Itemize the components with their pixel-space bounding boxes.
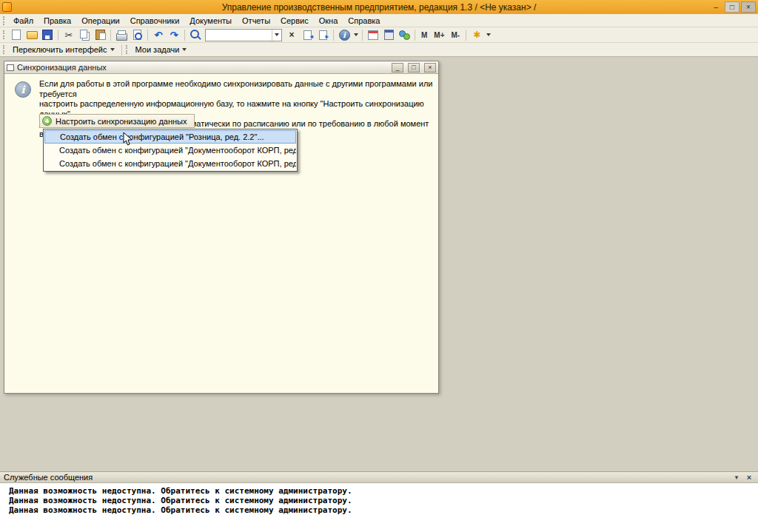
info-circle-icon: i [15,81,31,98]
window-icon [7,64,14,71]
switch-interface-label: Переключить интерфейс [13,45,107,54]
toolbar-separator [333,30,334,41]
menu-bar: Файл Правка Операции Справочники Докумен… [0,14,758,27]
main-toolbar: M M+ M- [0,27,758,43]
my-tasks-button[interactable]: Мои задачи [131,44,192,55]
sync-window: Синхронизация данных _ □ × i Если для ра… [4,61,439,394]
new-document-icon[interactable] [9,28,24,41]
print-preview-icon[interactable] [130,28,144,41]
search-dropdown-caret-icon[interactable] [272,30,281,41]
dropdown-caret-icon [182,48,187,51]
menu-catalogs[interactable]: Справочники [125,15,185,27]
memory-plus-button[interactable]: M+ [431,28,447,41]
maximize-button[interactable]: □ [725,1,739,13]
sync-close-button[interactable]: × [424,63,436,73]
app-icon[interactable] [2,2,12,12]
find-previous-icon[interactable] [300,28,315,41]
tips-dropdown-caret-icon[interactable] [485,28,492,41]
menu-item-create-exchange-retail[interactable]: Создать обмен с конфигурацией "Розница, … [44,130,296,144]
info-icon[interactable] [337,28,352,41]
my-tasks-label: Мои задачи [135,45,180,54]
save-icon[interactable] [40,28,55,41]
toolbar-separator [466,30,466,41]
sync-minimize-button[interactable]: _ [392,63,403,73]
configure-sync-button-label: Настроить синхронизацию данных [56,117,187,126]
calendar-icon[interactable] [366,28,380,41]
sync-maximize-button[interactable]: □ [408,63,420,73]
minimize-button[interactable]: – [708,1,723,13]
switch-interface-button[interactable]: Переключить интерфейс [8,44,119,55]
menu-operations[interactable]: Операции [76,15,124,27]
toolbar-separator [110,30,111,41]
toolbar-separator [184,30,185,41]
exchange-dropdown-menu: Создать обмен с конфигурацией "Розница, … [43,129,298,172]
toolbar-separator [58,30,58,41]
menu-file[interactable]: Файл [8,15,38,27]
cut-icon[interactable] [61,28,76,41]
sync-window-titlebar[interactable]: Синхронизация данных _ □ × [4,61,438,74]
menu-help[interactable]: Справка [343,15,385,27]
find-icon[interactable] [188,28,203,41]
service-messages-title: Служебные сообщения [4,473,93,482]
service-message: Данная возможность недоступна. Обратитес… [9,505,758,515]
dropdown-caret-icon [110,48,115,51]
menu-item-create-exchange-docflow-14[interactable]: Создать обмен с конфигурацией "Документо… [44,144,296,157]
mdi-workspace: Синхронизация данных _ □ × i Если для ра… [0,57,758,471]
copy-icon[interactable] [77,28,92,41]
paste-icon[interactable] [93,28,107,41]
toolbar-drag-handle[interactable] [3,45,5,54]
app-titlebar[interactable]: Управление производственным предприятием… [0,0,758,14]
menu-documents[interactable]: Документы [184,15,237,27]
memory-m-button[interactable]: M [418,28,430,41]
service-messages-body: Данная возможность недоступна. Обратитес… [0,482,758,532]
open-document-icon[interactable] [24,28,39,41]
service-message: Данная возможность недоступна. Обратитес… [9,486,758,496]
service-messages-header[interactable]: Служебные сообщения [0,471,758,482]
toolbar-separator [147,30,148,41]
menubar-drag-handle[interactable] [3,16,5,25]
menu-edit[interactable]: Правка [38,15,76,27]
toolbar-separator [121,44,122,55]
sync-window-content: i Если для работы в этой программе необх… [4,74,438,393]
find-next-icon[interactable] [315,28,330,41]
service-message: Данная возможность недоступна. Обратитес… [9,496,758,505]
add-plus-icon [42,116,52,126]
interface-toolbar: Переключить интерфейс Мои задачи [0,43,758,57]
undo-icon[interactable] [151,28,166,41]
menu-service[interactable]: Сервис [275,15,314,27]
memory-minus-button[interactable]: M- [449,28,463,41]
info-dropdown-caret-icon[interactable] [352,28,359,41]
users-icon[interactable] [397,28,412,41]
close-button[interactable]: × [741,1,756,13]
search-input[interactable] [206,30,272,39]
clear-search-icon[interactable] [284,28,299,41]
close-messages-icon[interactable] [744,473,754,482]
toolbar-separator [362,30,363,41]
print-icon[interactable] [114,28,129,41]
toolbar-drag-handle[interactable] [3,30,5,39]
sync-window-title: Синхронизация данных [17,63,387,72]
menu-item-create-exchange-docflow-2[interactable]: Создать обмен с конфигурацией "Документо… [44,157,296,170]
redo-icon[interactable] [167,28,181,41]
search-box [205,29,282,41]
window-title: Управление производственным предприятием… [0,2,758,13]
autohide-icon[interactable] [731,473,742,482]
toolbar-separator [415,30,415,41]
menu-reports[interactable]: Отчеты [237,15,275,27]
toolbar-drag-handle[interactable] [126,45,128,54]
info-line: Если для работы в этой программе необход… [39,79,439,99]
calculator-icon[interactable] [381,28,396,41]
tips-icon[interactable] [469,28,484,41]
menu-windows[interactable]: Окна [314,15,343,27]
configure-sync-button[interactable]: Настроить синхронизацию данных [39,114,195,128]
